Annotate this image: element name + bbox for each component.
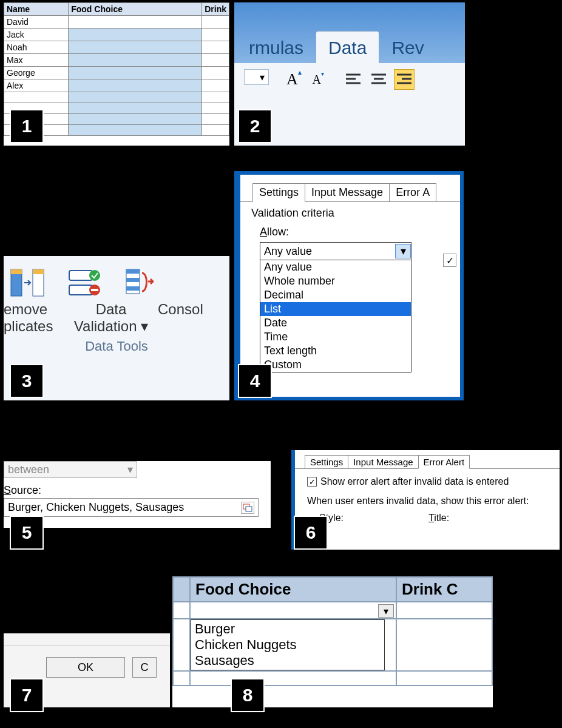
tab-error-alert[interactable]: Error A (389, 183, 436, 202)
svg-rect-17 (91, 289, 98, 291)
source-label: ource: (11, 484, 41, 496)
dropdown-arrow-icon[interactable]: ▾ (378, 604, 394, 618)
option-decimal[interactable]: Decimal (260, 288, 411, 302)
decrease-font-icon[interactable]: A▾ (308, 69, 328, 90)
remove-duplicates-icon[interactable] (10, 267, 46, 301)
tab-error-alert[interactable]: Error Alert (418, 455, 470, 469)
font-size-combo[interactable]: ▾ (244, 69, 269, 85)
cancel-button[interactable]: C (132, 657, 157, 678)
cell-name[interactable]: Max (4, 54, 69, 67)
tab-review[interactable]: Rev (379, 32, 436, 63)
tab-settings[interactable]: Settings (305, 455, 348, 469)
cell-name[interactable]: Noah (4, 41, 69, 54)
criteria-label: Validation criteria (251, 207, 460, 220)
tab-input-message[interactable]: Input Message (348, 455, 418, 469)
ribbon-group-label: Data Tools (4, 339, 229, 354)
svg-rect-12 (33, 269, 44, 274)
validation-label-1: Data (72, 301, 151, 318)
svg-point-14 (89, 270, 100, 281)
step-number-3: 3 (10, 364, 44, 398)
step-number-2: 2 (238, 109, 272, 143)
svg-rect-10 (11, 269, 22, 274)
col-drink: Drink (202, 3, 229, 16)
consolidate-icon[interactable] (124, 267, 160, 301)
allow-selected: Any value (264, 245, 312, 258)
align-center-icon[interactable] (368, 69, 389, 90)
title-label: itle: (434, 513, 449, 523)
allow-combobox[interactable]: Any value ▾ (260, 242, 411, 260)
svg-rect-15 (69, 285, 92, 295)
col-food: Food Choice (69, 3, 202, 16)
checkbox[interactable]: ✓ (443, 254, 456, 267)
dd-option[interactable]: Burger (195, 621, 381, 637)
col-name: Name (4, 3, 69, 16)
show-error-checkbox[interactable]: ✓ (307, 477, 317, 487)
col-food-choice: Food Choice (190, 577, 396, 602)
source-value: Burger, Chicken Nuggets, Sausages (8, 501, 184, 514)
svg-rect-21 (126, 286, 140, 291)
dd-option[interactable]: Chicken Nuggets (195, 637, 381, 653)
chevron-down-icon[interactable]: ▾ (395, 244, 411, 258)
increase-font-icon[interactable]: A▴ (283, 69, 304, 90)
dropdown-list[interactable]: Burger Chicken Nuggets Sausages (191, 619, 385, 670)
col-drink: Drink C (396, 577, 492, 602)
svg-rect-20 (126, 278, 140, 282)
option-custom[interactable]: Custom (260, 358, 411, 372)
remove-label-1: emove (4, 301, 64, 318)
tab-data[interactable]: Data (316, 31, 379, 63)
allow-label: llow: (267, 226, 289, 238)
consolidate-label: Consol (158, 301, 212, 335)
option-time[interactable]: Time (260, 330, 411, 344)
remove-label-2: plicates (4, 318, 64, 335)
cell-name[interactable]: David (4, 16, 69, 29)
allow-dropdown-list[interactable]: Any value Whole number Decimal List Date… (260, 260, 411, 372)
style-label: tyle: (326, 513, 344, 523)
validated-cell[interactable]: ▾ (190, 602, 396, 619)
tab-input-message[interactable]: Input Message (305, 183, 390, 202)
cell-name[interactable]: Alex (4, 79, 69, 92)
step-number-5: 5 (10, 516, 44, 550)
step-number-8: 8 (231, 678, 265, 712)
panel-5-source: between▾ Source: Burger, Chicken Nuggets… (4, 461, 271, 528)
tab-formulas[interactable]: rmulas (237, 32, 316, 63)
show-error-label: Show error alert after invalid data is e… (320, 476, 509, 487)
option-list[interactable]: List (260, 302, 411, 316)
data-validation-icon[interactable] (67, 267, 103, 301)
step-number-4: 4 (238, 364, 272, 398)
option-text-length[interactable]: Text length (260, 344, 411, 358)
step-number-7: 7 (10, 678, 44, 712)
svg-rect-19 (126, 269, 140, 274)
chevron-down-icon[interactable]: ▾ (141, 318, 148, 334)
option-any-value[interactable]: Any value (260, 260, 411, 274)
panel-6-error-alert: Settings Input Message Error Alert ✓ Sho… (291, 450, 560, 550)
ok-button[interactable]: OK (46, 657, 125, 678)
cell-name[interactable]: Jack (4, 29, 69, 41)
option-whole-number[interactable]: Whole number (260, 274, 411, 288)
panel-8-result: Food Choice Drink C ▾ Burger Chicken Nug… (172, 576, 493, 707)
validation-label-2: Validation (74, 318, 137, 334)
chevron-down-icon: ▾ (127, 463, 133, 476)
option-date[interactable]: Date (260, 316, 411, 330)
align-left-icon[interactable] (343, 69, 364, 90)
svg-rect-13 (69, 271, 92, 280)
chevron-down-icon: ▾ (260, 72, 265, 83)
align-highlight-icon[interactable] (394, 69, 415, 90)
range-selector-icon[interactable] (241, 502, 254, 514)
step-number-6: 6 (294, 516, 328, 550)
tab-settings[interactable]: Settings (252, 183, 305, 202)
source-input[interactable]: Burger, Chicken Nuggets, Sausages (4, 498, 259, 517)
step-number-1: 1 (10, 109, 44, 143)
svg-rect-23 (246, 507, 252, 511)
error-note: When user enters invalid data, show this… (307, 496, 560, 507)
cell-name[interactable]: George (4, 67, 69, 79)
data-combobox-disabled: between▾ (4, 461, 137, 478)
dd-option[interactable]: Sausages (195, 653, 381, 669)
